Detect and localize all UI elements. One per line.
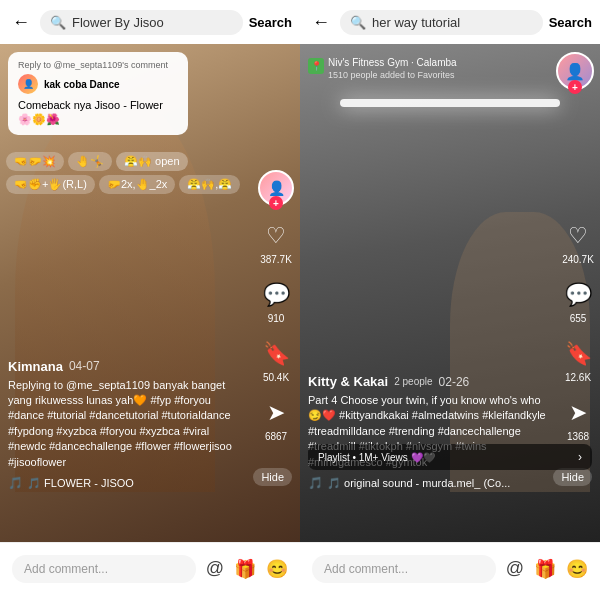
right-search-button[interactable]: Search	[549, 15, 592, 30]
right-date: 02-26	[439, 375, 470, 389]
left-emoji-row-2: 🤜✊+🖐(R,L) 🤛2x,🤚_2x 😤🙌,😤	[6, 175, 255, 194]
left-search-icon: 🔍	[50, 15, 66, 30]
right-avatar[interactable]: 👤 +	[556, 52, 594, 90]
left-bookmark-count: 50.4K	[263, 372, 289, 383]
left-header: ← 🔍 Flower By Jisoo Search	[0, 0, 300, 44]
right-favorites-text: 1510 people added to Favorites	[328, 70, 457, 80]
right-comment-input[interactable]: Add comment...	[312, 555, 496, 583]
right-username: Kitty & Kakai	[308, 374, 388, 389]
right-location-icon: 📍	[308, 58, 324, 74]
left-gift-icon[interactable]: 🎁	[234, 558, 256, 580]
right-bookmark-icon: 🔖	[562, 338, 594, 370]
left-panel: ← 🔍 Flower By Jisoo Search Reply to @me_…	[0, 0, 300, 594]
right-like-count: 240.7K	[562, 254, 594, 265]
left-follow-badge: +	[269, 196, 283, 210]
left-emoji-tag-3[interactable]: 😤🙌 open	[116, 152, 188, 171]
left-music-icon: 🎵	[8, 476, 23, 490]
left-share-icon: ➤	[260, 397, 292, 429]
right-at-icon[interactable]: @	[506, 558, 524, 579]
right-share-action[interactable]: ➤ 1368	[562, 397, 594, 442]
left-comment-bubble: Reply to @me_septa1109's comment 👤 kak c…	[8, 52, 188, 135]
right-video-area[interactable]: 📍 Niv's Fitness Gym · Calamba 1510 peopl…	[300, 44, 600, 542]
right-light-bar	[340, 99, 560, 107]
right-username-row: Kitty & Kakai 2 people 02-26	[308, 374, 550, 389]
left-comment-icon: 💬	[260, 279, 292, 311]
right-search-bar[interactable]: 🔍 her way tutorial	[340, 10, 543, 35]
left-avatar-action[interactable]: 👤 +	[258, 170, 294, 206]
right-location-text: Niv's Fitness Gym · Calamba	[328, 57, 457, 68]
left-emoji-tag-1[interactable]: 🤜🤛💥	[6, 152, 64, 171]
right-comment-action[interactable]: 💬 655	[562, 279, 594, 324]
right-comment-count: 655	[570, 313, 587, 324]
left-emoji-bar: 🤜🤛💥 🤚🤸 😤🙌 open 🤜✊+🖐(R,L) 🤛2x,🤚_2x 😤🙌,😤	[6, 152, 255, 198]
left-reply-label: Reply to @me_septa1109's comment	[18, 60, 178, 70]
left-heart-icon: ♡	[260, 220, 292, 252]
left-share-count: 6867	[265, 431, 287, 442]
left-comment-count: 910	[268, 313, 285, 324]
right-header: ← 🔍 her way tutorial Search	[300, 0, 600, 44]
left-comment-avatar: 👤	[18, 74, 38, 94]
right-playlist-bar[interactable]: Playlist • 1M+ Views 💜🖤 ›	[308, 444, 592, 470]
left-emoji-icon[interactable]: 😊	[266, 558, 288, 580]
left-emoji-row-1: 🤜🤛💥 🤚🤸 😤🙌 open	[6, 152, 255, 171]
right-heart-icon: ♡	[562, 220, 594, 252]
right-panel: ← 🔍 her way tutorial Search 📍 Niv's Fitn…	[300, 0, 600, 594]
right-gift-icon[interactable]: 🎁	[534, 558, 556, 580]
left-search-bar[interactable]: 🔍 Flower By Jisoo	[40, 10, 243, 35]
right-like-action[interactable]: ♡ 240.7K	[562, 220, 594, 265]
right-music-row: 🎵 🎵 original sound - murda.mel_ (Co...	[308, 476, 550, 490]
right-share-icon: ➤	[562, 397, 594, 429]
left-music-text: 🎵 FLOWER - JISOO	[27, 477, 134, 490]
right-playlist-arrow: ›	[578, 450, 582, 464]
left-emoji-tag-5[interactable]: 🤛2x,🤚_2x	[99, 175, 175, 194]
right-share-count: 1368	[567, 431, 589, 442]
right-music-text: 🎵 original sound - murda.mel_ (Co...	[327, 477, 510, 490]
left-emoji-tag-2[interactable]: 🤚🤸	[68, 152, 112, 171]
right-emoji-icon[interactable]: 😊	[566, 558, 588, 580]
left-emoji-tag-6[interactable]: 😤🙌,😤	[179, 175, 240, 194]
left-like-action[interactable]: ♡ 387.7K	[260, 220, 292, 265]
left-username-row: Kimnana 04-07	[8, 359, 250, 374]
right-comment-icon: 💬	[562, 279, 594, 311]
right-side-actions: ♡ 240.7K 💬 655 🔖 12.6K ➤ 1368	[562, 220, 594, 442]
right-location-info: Niv's Fitness Gym · Calamba 1510 people …	[328, 52, 457, 80]
right-bookmark-count: 12.6K	[565, 372, 591, 383]
right-location-bar: 📍 Niv's Fitness Gym · Calamba 1510 peopl…	[308, 52, 457, 80]
left-side-actions: 👤 + ♡ 387.7K 💬 910 🔖 50.4K ➤ 6867	[258, 170, 294, 442]
left-bookmark-icon: 🔖	[260, 338, 292, 370]
left-comment-user-row: 👤 kak coba Dance	[18, 74, 178, 94]
left-avatar[interactable]: 👤 +	[258, 170, 294, 206]
left-emoji-tag-4[interactable]: 🤜✊+🖐(R,L)	[6, 175, 95, 194]
left-comment-username: kak coba Dance	[44, 79, 120, 90]
right-hide-button[interactable]: Hide	[553, 468, 592, 486]
left-search-button[interactable]: Search	[249, 15, 292, 30]
left-comment-input[interactable]: Add comment...	[12, 555, 196, 583]
right-search-text: her way tutorial	[372, 15, 533, 30]
right-playlist-text: Playlist • 1M+ Views 💜🖤	[318, 452, 435, 463]
left-search-text: Flower By Jisoo	[72, 15, 233, 30]
left-comment-text: Comeback nya Jisoo - Flower 🌸🌼🌺	[18, 98, 178, 127]
right-back-button[interactable]: ←	[308, 10, 334, 35]
right-bottom-bar: Add comment... @ 🎁 😊	[300, 542, 600, 594]
left-back-button[interactable]: ←	[8, 10, 34, 35]
left-video-area[interactable]: Reply to @me_septa1109's comment 👤 kak c…	[0, 44, 300, 542]
left-like-count: 387.7K	[260, 254, 292, 265]
left-bottom-bar: Add comment... @ 🎁 😊	[0, 542, 300, 594]
left-comment-action[interactable]: 💬 910	[260, 279, 292, 324]
left-video-info: Kimnana 04-07 Replying to @me_septa1109 …	[8, 359, 250, 490]
right-follow-badge: +	[568, 80, 582, 94]
right-music-icon: 🎵	[308, 476, 323, 490]
left-at-icon[interactable]: @	[206, 558, 224, 579]
right-video-info: Kitty & Kakai 2 people 02-26 Part 4 Choo…	[308, 374, 550, 490]
right-people-count: 2 people	[394, 376, 432, 387]
right-search-icon: 🔍	[350, 15, 366, 30]
left-hide-button[interactable]: Hide	[253, 468, 292, 486]
left-date: 04-07	[69, 359, 100, 373]
left-share-action[interactable]: ➤ 6867	[260, 397, 292, 442]
left-music-row: 🎵 🎵 FLOWER - JISOO	[8, 476, 250, 490]
right-bookmark-action[interactable]: 🔖 12.6K	[562, 338, 594, 383]
left-bookmark-action[interactable]: 🔖 50.4K	[260, 338, 292, 383]
left-caption: Replying to @me_septa1109 banyak banget …	[8, 378, 250, 470]
left-username: Kimnana	[8, 359, 63, 374]
